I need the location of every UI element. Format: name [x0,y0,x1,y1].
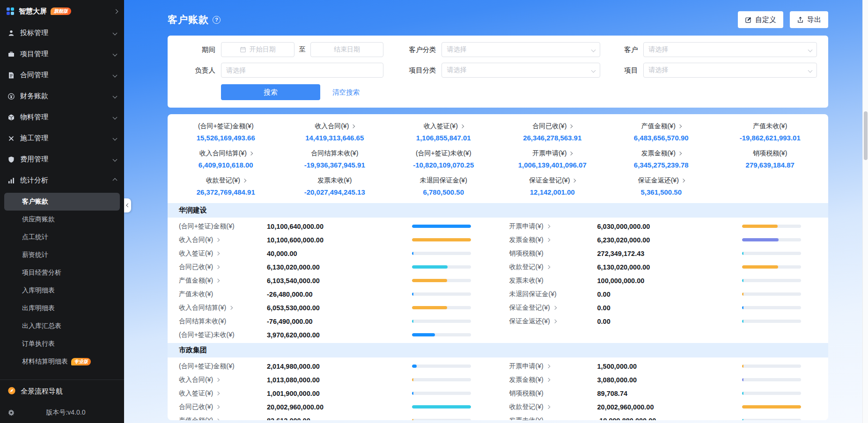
metric-label[interactable]: 产值金额(¥) [179,277,267,285]
metric-label[interactable]: 收入签证(¥) [179,249,267,258]
metric-label[interactable]: 收款登记(¥) [509,263,597,271]
account-row: 销项税额(¥)89,708.74 [509,387,829,400]
summary-metric-label[interactable]: 合同已收(¥) [501,122,604,131]
metric-label: (合同+签证)未收(¥) [179,331,267,339]
summary-metric-value: -19,936,367,945.91 [283,161,387,169]
sidebar-subitem-customer-accounts[interactable]: 客户账款 [4,193,120,211]
sidebar-item-construction[interactable]: 施工管理 [0,128,124,149]
sidebar-subitem-label: 薪资统计 [22,251,48,259]
customer-label: 客户 [616,45,638,54]
metric-label[interactable]: 发票金额(¥) [509,376,597,384]
sidebar-item-expense[interactable]: 费用管理 [0,149,124,170]
sidebar-subitem-material-settlement-detail[interactable]: 材料结算明细表专业版 [4,353,120,371]
section-left-column: (合同+签证)金额(¥)2,014,980,000.00收入合同(¥)1,013… [168,359,498,420]
sidebar-subitem-supplier-accounts[interactable]: 供应商账款 [4,211,120,228]
metric-bar [412,306,471,309]
project-icon [7,51,15,58]
metric-label[interactable]: 收入合同结算(¥) [179,304,267,312]
metric-label[interactable]: 产值金额(¥) [179,416,267,421]
chevron-down-icon [113,157,118,162]
summary-metric: 合同结算未收(¥)-19,936,367,945.91 [280,146,390,173]
summary-metric-label[interactable]: 收款登记(¥) [174,176,278,185]
summary-metric-label[interactable]: 收入合同(¥) [283,122,387,131]
sidebar-subitem-project-operation-analysis[interactable]: 项目经营分析 [4,264,120,282]
account-row: 收款登记(¥)6,130,020,000.00 [509,260,829,274]
sidebar-item-stats[interactable]: 统计分析 [0,170,124,191]
metric-label[interactable]: 合同已收(¥) [179,263,267,271]
gear-icon[interactable] [7,409,15,416]
chevron-right-icon [216,252,220,255]
summary-metric-value: 6,483,656,570.90 [610,134,713,142]
chevron-down-icon [113,136,118,141]
metric-label[interactable]: 收入签证(¥) [179,389,267,398]
sidebar-subitem-label: 材料结算明细表 [22,357,68,366]
summary-metric-label[interactable]: 产值金额(¥) [610,122,713,131]
sidebar-item-material[interactable]: 物料管理 [0,107,124,128]
sidebar-subitem-outbound-detail[interactable]: 出库明细表 [4,299,120,317]
metric-label[interactable]: 收款登记(¥) [509,403,597,411]
sidebar-item-project[interactable]: 项目管理 [0,44,124,65]
metric-value: 6,030,000,000.00 [597,223,743,230]
sidebar-item-smart-dashboard[interactable]: 智慧大屏 旗舰版 [0,0,124,22]
metric-label[interactable]: 开票申请(¥) [509,222,597,231]
summary-metric-label[interactable]: 收入合同结算(¥) [174,149,278,158]
customer-section: 市政集团(合同+签证)金额(¥)2,014,980,000.00收入合同(¥)1… [168,343,828,420]
sidebar-subitem-in-out-summary[interactable]: 出入库汇总表 [4,317,120,335]
chevron-right-icon [216,392,220,395]
sidebar-collapse-button[interactable] [124,198,131,212]
help-icon[interactable]: ? [213,16,221,24]
metric-bar [412,392,471,395]
summary-metric-value: 6,345,275,239.78 [610,161,713,169]
sidebar-subitem-order-execution[interactable]: 订单执行表 [4,335,120,353]
summary-metric-label[interactable]: 保证金登记(¥) [501,176,604,185]
panorama-nav-item[interactable]: 全景流程导航 [0,380,124,402]
export-button[interactable]: 导出 [790,11,828,28]
metric-label[interactable]: 发票金额(¥) [509,236,597,244]
summary-metric-label[interactable]: 开票申请(¥) [501,149,604,158]
summary-metric: 收入合同结算(¥)6,409,910,618.00 [171,146,280,173]
clear-search-link[interactable]: 清空搜索 [332,88,360,97]
sidebar-item-label: 投标管理 [20,29,108,37]
metric-label[interactable]: 收入合同(¥) [179,236,267,244]
metric-label[interactable]: 保证金登记(¥) [509,304,597,312]
chevron-right-icon [216,419,220,420]
sidebar-subitem-salary-stats[interactable]: 薪资统计 [4,246,120,264]
metric-label[interactable]: 保证金返还(¥) [509,317,597,326]
calendar-icon [240,46,246,53]
customer-select[interactable]: 请选择 [643,42,817,57]
customer-category-select[interactable]: 请选择 [441,42,600,57]
start-date-input[interactable]: 开始日期 [221,42,294,57]
metric-value: 0.00 [597,304,743,312]
vertical-scrollbar[interactable] [862,0,868,423]
summary-metric: 发票金额(¥)6,345,275,239.78 [607,146,716,173]
scrollbar-thumb[interactable] [864,111,868,160]
summary-metric-label[interactable]: 收入签证(¥) [392,122,495,131]
metric-label[interactable]: 合同已收(¥) [179,403,267,411]
metric-label[interactable]: 收入合同(¥) [179,376,267,384]
chevron-right-icon [569,152,573,155]
summary-metric-label[interactable]: 保证金返还(¥) [610,176,713,185]
search-button[interactable]: 搜索 [221,84,320,100]
sidebar-subitem-inbound-detail[interactable]: 入库明细表 [4,282,120,299]
metric-label[interactable]: 开票申请(¥) [509,362,597,371]
summary-metric-label: 销项税额(¥) [719,149,822,158]
project-select[interactable]: 请选择 [643,63,817,78]
end-date-input[interactable]: 结束日期 [310,42,384,57]
summary-metric-label[interactable]: 发票金额(¥) [610,149,713,158]
flagship-badge: 旗舰版 [51,7,71,15]
sidebar-subitem-daywork-stats[interactable]: 点工统计 [4,228,120,246]
chevron-right-icon [546,378,550,382]
customize-button[interactable]: 自定义 [738,11,783,28]
version-label: 版本号:v4.0.0 [15,408,117,417]
summary-metric-value: 6,780,500.50 [392,188,495,196]
sidebar-item-finance[interactable]: 财务账款 [0,86,124,107]
sidebar-item-bid[interactable]: 投标管理 [0,22,124,44]
manager-input[interactable] [221,63,383,78]
sidebar-item-contract[interactable]: 合同管理 [0,65,124,86]
sidebar-subitem-label: 点工统计 [22,233,48,241]
metric-value: 6,103,540,000.00 [267,277,412,284]
edit-icon [745,16,752,23]
project-category-select[interactable]: 请选择 [441,63,600,78]
summary-metric: 未退回保证金(¥)6,780,500.50 [389,173,498,200]
panorama-nav-label: 全景流程导航 [21,387,63,396]
